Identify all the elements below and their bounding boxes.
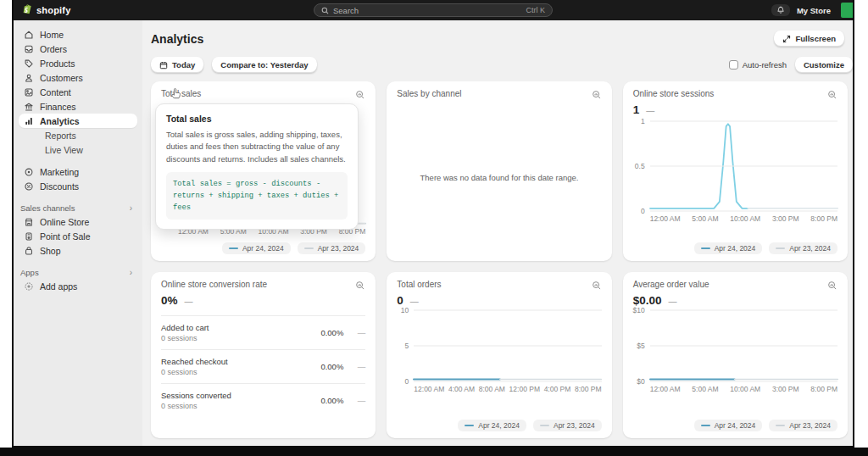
filter-bar: Today Compare to: Yesterday Auto-refresh… [151, 57, 848, 73]
home-icon [24, 30, 34, 40]
sidebar-item-orders[interactable]: Orders [19, 42, 137, 56]
finances-bank-icon [24, 102, 34, 112]
card-title[interactable]: Average order value [633, 280, 709, 289]
sidebar-item-add-apps[interactable]: Add apps [19, 279, 137, 293]
x-tick-label: 8:00 AM [479, 385, 505, 393]
sidebar-item-label: Home [40, 30, 64, 40]
legend-previous-pill[interactable]: Apr 23, 2024 [533, 420, 602, 431]
gridline [414, 310, 601, 311]
orders-icon [24, 44, 34, 54]
legend-current-pill[interactable]: Apr 24, 2024 [222, 242, 291, 254]
hand-cursor-icon [170, 87, 182, 104]
date-range-button[interactable]: Today [151, 57, 203, 73]
discounts-percent-icon [24, 181, 34, 192]
sidebar-item-label: Live View [45, 145, 83, 155]
chart-legend: Apr 24, 2024 Apr 23, 2024 [633, 242, 837, 254]
sidebar-item-analytics[interactable]: Analytics [19, 114, 137, 128]
chart-legend: Apr 24, 2024 Apr 23, 2024 [161, 242, 365, 254]
sidebar-item-label: Orders [40, 44, 67, 54]
logo-wordmark: shopify [36, 5, 71, 15]
view-report-icon[interactable] [827, 90, 837, 100]
gridline [650, 381, 837, 382]
x-tick-label: 3:00 PM [772, 214, 799, 223]
legend-previous-pill[interactable]: Apr 23, 2024 [769, 420, 837, 431]
sidebar-item-live-view[interactable]: Live View [19, 142, 137, 157]
sidebar-item-finances[interactable]: Finances [19, 99, 137, 114]
legend-line-swatch [304, 247, 314, 249]
calendar-icon [159, 61, 168, 70]
letterbox-bottom-bar [0, 448, 868, 456]
sidebar-item-label: Finances [40, 102, 76, 112]
metric-change: — [668, 297, 676, 306]
card-total-sales: Total sales Total sales Total sales is g… [151, 81, 376, 261]
analytics-bars-icon [24, 116, 34, 126]
point-of-sale-icon [24, 231, 34, 242]
legend-current-pill[interactable]: Apr 24, 2024 [694, 420, 763, 431]
legend-current-pill[interactable]: Apr 24, 2024 [458, 420, 526, 431]
sidebar-item-discounts[interactable]: Discounts [19, 179, 137, 193]
main-content: Analytics Fullscreen Today Compare to: Y… [142, 20, 853, 448]
store-name-button[interactable]: My Store [797, 6, 831, 15]
metric-change: — [646, 106, 654, 115]
sidebar-item-content[interactable]: Content [19, 85, 137, 99]
card-title[interactable]: Online store conversion rate [161, 280, 267, 289]
view-report-icon[interactable] [355, 90, 365, 100]
store-avatar[interactable] [841, 3, 853, 18]
legend-line-swatch [776, 247, 785, 249]
funnel-row-reached-checkout[interactable]: Reached checkout 0 sessions 0.00% — [161, 349, 365, 383]
y-tick-label: 5 [405, 342, 409, 350]
funnel-row-added-to-cart[interactable]: Added to cart 0 sessions 0.00% — [161, 315, 365, 349]
sidebar-item-marketing[interactable]: Marketing [19, 164, 137, 179]
sidebar-item-point-of-sale[interactable]: Point of Sale [19, 229, 137, 243]
legend-line-swatch [229, 247, 238, 249]
card-title[interactable]: Total orders [397, 280, 441, 289]
view-report-icon[interactable] [355, 281, 365, 291]
auto-refresh-toggle[interactable]: Auto-refresh [729, 60, 787, 70]
metric-change: — [185, 297, 193, 306]
refresh-controls: Auto-refresh Customize [729, 57, 853, 73]
legend-line-swatch [540, 425, 549, 426]
add-apps-plus-icon [24, 281, 34, 292]
notifications-button[interactable] [771, 4, 790, 16]
sidebar-section-apps[interactable]: Apps › [19, 264, 137, 279]
sidebar-item-customers[interactable]: Customers [19, 70, 137, 85]
sidebar-item-online-store[interactable]: Online Store [19, 214, 137, 229]
compare-to-button[interactable]: Compare to: Yesterday [212, 57, 316, 73]
search-input[interactable]: Search Ctrl K [314, 3, 553, 17]
view-report-icon[interactable] [827, 281, 837, 291]
legend-previous-pill[interactable]: Apr 23, 2024 [298, 242, 366, 254]
gridline [650, 211, 837, 212]
card-online-store-sessions: Online store sessions 1 — 10.50 [623, 81, 848, 261]
sidebar-item-shop[interactable]: Shop [19, 243, 137, 258]
top-bar: shopify Search Ctrl K My Store [14, 0, 853, 20]
x-tick-label: 8:00 PM [810, 214, 837, 223]
fullscreen-button[interactable]: Fullscreen [774, 31, 844, 47]
legend-line-swatch [776, 425, 785, 426]
legend-line-swatch [701, 247, 710, 249]
sidebar-item-label: Online Store [40, 217, 89, 227]
view-report-icon[interactable] [592, 90, 602, 100]
y-tick-label: 10 [401, 306, 409, 314]
sidebar-item-label: Customers [40, 73, 83, 83]
card-title[interactable]: Sales by channel [397, 89, 461, 98]
legend-previous-pill[interactable]: Apr 23, 2024 [769, 242, 837, 254]
shopify-logo[interactable]: shopify [22, 3, 71, 18]
metric-value: 0% [161, 294, 178, 307]
card-title[interactable]: Online store sessions [633, 89, 715, 98]
sidebar-item-home[interactable]: Home [19, 27, 137, 42]
cards-row-1: Total sales Total sales Total sales is g… [151, 81, 848, 261]
sidebar-item-reports[interactable]: Reports [19, 128, 137, 142]
card-average-order-value: Average order value $0.00 — $10$5$0 [623, 272, 848, 438]
sidebar-item-products[interactable]: Products [19, 56, 137, 70]
products-tag-icon [24, 58, 34, 69]
topbar-right: My Store [771, 0, 853, 20]
legend-current-pill[interactable]: Apr 24, 2024 [694, 242, 763, 254]
marketing-target-icon [24, 167, 34, 177]
orders-chart: 1050 12:00 AM4:00 AM8:00 AM12:00 PM4:00 … [397, 310, 601, 393]
funnel-row-sessions-converted[interactable]: Sessions converted 0 sessions 0.00% — [161, 383, 365, 417]
x-tick-label: 10:00 AM [730, 214, 760, 223]
customize-button[interactable]: Customize [795, 57, 853, 73]
sidebar-section-sales-channels[interactable]: Sales channels › [19, 200, 137, 214]
view-report-icon[interactable] [592, 281, 602, 291]
x-tick-label: 8:00 PM [575, 385, 602, 393]
